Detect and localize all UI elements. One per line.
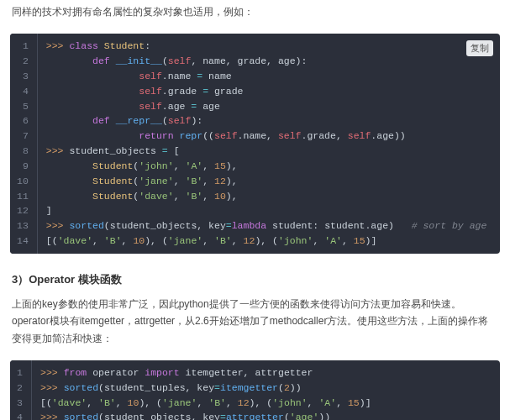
line-number: 4 (13, 84, 32, 99)
intro-paragraph: 同样的技术对拥有命名属性的复杂对象也适用，例如： (0, 0, 510, 29)
line-number: 2 (13, 381, 26, 396)
line-number: 12 (13, 203, 32, 218)
code-line: >>> sorted(student_tuples, key=itemgette… (40, 381, 492, 396)
line-number: 3 (13, 69, 32, 84)
copy-button[interactable]: 复制 (466, 40, 493, 56)
line-number: 14 (13, 234, 32, 249)
code-line: return repr((self.name, self.grade, self… (46, 129, 492, 144)
section-heading: 3）Operator 模块函数 (0, 260, 510, 292)
code-line: self.name = name (46, 69, 492, 84)
code-line: [('dave', 'B', 10), ('jane', 'B', 12), (… (46, 234, 492, 249)
code-line: [('dave', 'B', 10), ('jane', 'B', 12), (… (40, 396, 492, 411)
code-line: def __repr__(self): (46, 113, 492, 129)
line-number: 6 (13, 113, 32, 129)
code-line: self.grade = grade (46, 84, 492, 99)
code-line: Student('john', 'A', 15), (46, 159, 492, 174)
line-number: 2 (13, 54, 32, 69)
line-number: 5 (13, 99, 32, 114)
middle-paragraph: 上面的key参数的使用非常广泛，因此python提供了一些方便的函数来使得访问方… (0, 292, 510, 355)
line-gutter: 12345 (10, 360, 32, 420)
code-line: Student('jane', 'B', 12), (46, 174, 492, 189)
code-line: >>> sorted(student_objects, key=lambda s… (46, 218, 492, 234)
code-line: ] (46, 203, 492, 218)
line-number: 9 (13, 159, 32, 174)
code-line: Student('dave', 'B', 10), (46, 189, 492, 204)
line-number: 13 (13, 218, 32, 234)
code-line: def __init__(self, name, grade, age): (46, 54, 492, 69)
line-number: 1 (13, 39, 32, 54)
code-line: >>> class Student: (46, 39, 492, 54)
line-number: 4 (13, 410, 26, 420)
code-line: self.age = age (46, 99, 492, 114)
line-number: 3 (13, 396, 26, 411)
code-line: >>> from operator import itemgetter, att… (40, 365, 492, 381)
line-number: 7 (13, 129, 32, 144)
line-number: 10 (13, 174, 32, 189)
code-line: >>> student_objects = [ (46, 144, 492, 159)
code-line: >>> sorted(student_objects, key=attrgett… (40, 410, 492, 420)
code-block-2: 12345 >>> from operator import itemgette… (10, 360, 500, 420)
line-number: 8 (13, 144, 32, 159)
code-area: >>> class Student: def __init__(self, na… (38, 34, 500, 253)
line-number: 11 (13, 189, 32, 204)
line-gutter: 1234567891011121314 (10, 34, 38, 253)
code-area: >>> from operator import itemgetter, att… (32, 360, 500, 420)
line-number: 1 (13, 365, 26, 381)
code-block-1: 复制 1234567891011121314 >>> class Student… (10, 34, 500, 253)
